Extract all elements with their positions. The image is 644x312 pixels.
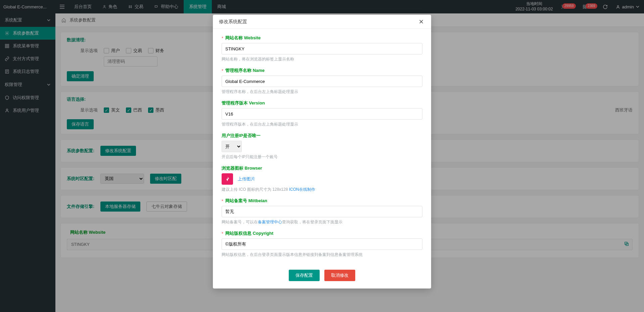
upload-image-link[interactable]: 上传图片 xyxy=(238,176,255,182)
name-input[interactable] xyxy=(222,76,422,87)
icon-maker-link[interactable]: ICON在线制作 xyxy=(289,187,315,192)
favicon-thumbnail[interactable] xyxy=(222,173,233,185)
system-config-modal: 修改系统配置 ✕ *网站名称 Website 网站名称，将在浏览器的标签上显示名… xyxy=(213,15,431,288)
modal-close-button[interactable]: ✕ xyxy=(417,18,425,26)
beian-center-link[interactable]: 备案管理中心 xyxy=(258,220,282,224)
version-input[interactable] xyxy=(222,108,422,120)
miitbeian-input[interactable] xyxy=(222,206,422,217)
cancel-config-button[interactable]: 取消修改 xyxy=(324,270,355,281)
save-config-button[interactable]: 保存配置 xyxy=(289,270,320,281)
modal-title: 修改系统配置 xyxy=(219,19,247,25)
website-input[interactable] xyxy=(222,43,422,54)
ip-unique-select[interactable]: 开 xyxy=(222,141,242,152)
copyright-input[interactable] xyxy=(222,238,422,250)
